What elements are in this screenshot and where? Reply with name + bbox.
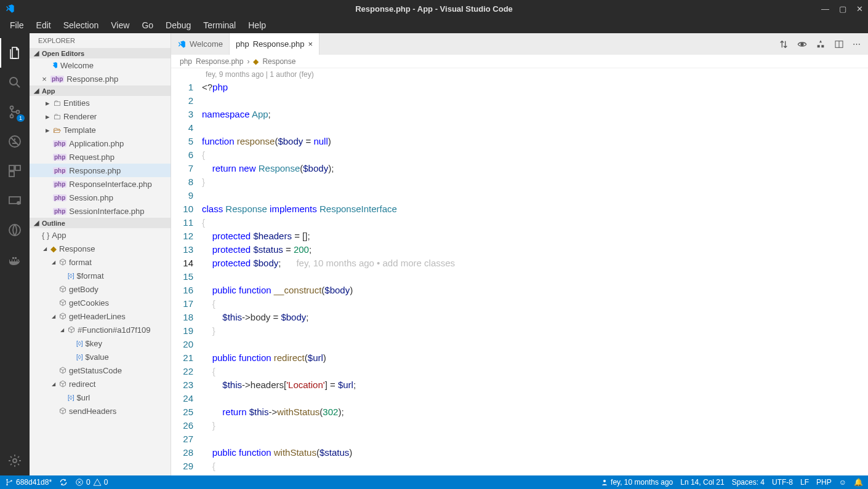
outline-item[interactable]: [◊]$value (30, 350, 171, 364)
code-line[interactable]: { (202, 148, 868, 162)
code-line[interactable]: { (202, 297, 868, 311)
line-number[interactable]: 24 (171, 392, 193, 405)
open-editor-item[interactable]: Welcome (30, 58, 171, 72)
code-line[interactable] (202, 94, 868, 108)
window-minimize-icon[interactable]: — (821, 4, 829, 14)
code-line[interactable]: return $this->withStatus(302); (202, 405, 868, 419)
status-bell-icon[interactable]: 🔔 (854, 478, 863, 487)
menu-debug[interactable]: Debug (161, 19, 196, 31)
window-close-icon[interactable]: ✕ (856, 4, 863, 14)
file-tree-item[interactable]: phpResponse.php (30, 164, 171, 177)
file-tree-item[interactable]: phpRequest.php (30, 150, 171, 164)
file-tree-item[interactable]: ▸🗀Renderer (30, 109, 171, 123)
code-line[interactable]: protected $status = 200; (202, 243, 868, 256)
line-number[interactable]: 20 (171, 338, 193, 351)
status-feedback-icon[interactable]: ☺ (839, 478, 846, 487)
line-number[interactable]: 7 (171, 162, 193, 175)
line-number[interactable]: 17 (171, 297, 193, 311)
menu-help[interactable]: Help (243, 19, 271, 31)
menu-view[interactable]: View (106, 19, 134, 31)
code-line[interactable]: public function withStatus($status) (202, 446, 868, 459)
breadcrumb-symbol[interactable]: Response (262, 57, 295, 66)
outline-item[interactable]: getStatusCode (30, 364, 171, 377)
line-number[interactable]: 15 (171, 270, 193, 284)
activity-liveshare-icon[interactable] (0, 215, 30, 245)
code-line[interactable] (202, 392, 868, 405)
activity-scm-icon[interactable]: 1 (0, 97, 30, 127)
menu-go[interactable]: Go (137, 19, 158, 31)
code-line[interactable]: protected $body; fey, 10 months ago • ad… (202, 256, 868, 270)
outline-item[interactable]: sendHeaders (30, 404, 171, 418)
code-line[interactable] (202, 338, 868, 351)
outline-item[interactable]: getBody (30, 282, 171, 296)
outline-item[interactable]: getCookies (30, 296, 171, 309)
line-number[interactable]: 29 (171, 459, 193, 473)
tab-welcome[interactable]: Welcome (171, 33, 230, 55)
file-tree-item[interactable]: phpResponseInterface.php (30, 177, 171, 191)
line-number[interactable]: 27 (171, 432, 193, 446)
status-spaces[interactable]: Spaces: 4 (732, 478, 765, 487)
split-editor-icon[interactable] (834, 39, 844, 49)
code-line[interactable] (202, 121, 868, 135)
code-line[interactable]: public function __construct($body) (202, 284, 868, 297)
section-open-editors[interactable]: ◢ Open Editors (30, 48, 171, 58)
code-line[interactable]: public function redirect($url) (202, 351, 868, 365)
section-outline[interactable]: ◢ Outline (30, 218, 171, 228)
line-number[interactable]: 12 (171, 229, 193, 243)
status-problems[interactable]: 0 0 (75, 478, 108, 487)
breadcrumb-file[interactable]: Response.php (196, 57, 243, 66)
activity-debug-icon[interactable] (0, 127, 30, 156)
activity-explorer-icon[interactable] (0, 38, 30, 68)
status-branch[interactable]: 688d41d8* (5, 478, 52, 487)
line-number[interactable]: 14 (171, 256, 193, 270)
line-number[interactable]: 6 (171, 148, 193, 162)
code-line[interactable]: $this->headers['Location'] = $url; (202, 378, 868, 392)
status-eol[interactable]: LF (800, 478, 809, 487)
file-tree-item[interactable]: ▸🗀Entities (30, 96, 171, 109)
line-number[interactable]: 1 (171, 81, 193, 94)
outline-item[interactable]: ◢◆Response (30, 242, 171, 255)
line-number[interactable]: 13 (171, 243, 193, 256)
code-line[interactable]: } (202, 324, 868, 338)
close-icon[interactable]: × (41, 74, 48, 84)
code-line[interactable]: { (202, 459, 868, 473)
code-line[interactable]: $this->body = $body; (202, 311, 868, 324)
code-line[interactable]: protected $headers = []; (202, 229, 868, 243)
activity-docker-icon[interactable] (0, 245, 30, 274)
file-tree-item[interactable]: phpSession.php (30, 191, 171, 204)
status-encoding[interactable]: UTF-8 (772, 478, 793, 487)
line-number[interactable]: 18 (171, 311, 193, 324)
outline-item[interactable]: [◊]$key (30, 336, 171, 350)
menu-edit[interactable]: Edit (31, 19, 56, 31)
line-number[interactable]: 9 (171, 189, 193, 202)
line-number[interactable]: 10 (171, 202, 193, 216)
toggle-file-blame-icon[interactable] (797, 39, 807, 49)
codelens[interactable]: fey, 9 months ago | 1 author (fey) (171, 68, 868, 81)
code-line[interactable]: } (202, 175, 868, 189)
code-line[interactable]: function response($body = null) (202, 135, 868, 148)
activity-extensions-icon[interactable] (0, 156, 30, 186)
outline-item[interactable]: ◢redirect (30, 377, 171, 391)
outline-item[interactable]: ◢#Function#a1d7f109 (30, 323, 171, 336)
code-line[interactable] (202, 432, 868, 446)
line-number[interactable]: 3 (171, 108, 193, 121)
line-number[interactable]: 16 (171, 284, 193, 297)
menu-terminal[interactable]: Terminal (198, 19, 241, 31)
menu-file[interactable]: File (5, 19, 29, 31)
file-tree-item[interactable]: phpSessionInterface.php (30, 204, 171, 218)
open-changes-icon[interactable] (816, 39, 826, 49)
code-line[interactable]: { (202, 365, 868, 378)
code-line[interactable]: class Response implements ResponseInterf… (202, 202, 868, 216)
code-line[interactable] (202, 189, 868, 202)
code-line[interactable]: } (202, 419, 868, 432)
outline-item[interactable]: { }App (30, 228, 171, 242)
tab-response[interactable]: php Response.php × (230, 33, 319, 55)
outline-item[interactable]: ◢getHeaderLines (30, 309, 171, 323)
close-icon[interactable]: × (308, 39, 313, 49)
outline-item[interactable]: [◊]$format (30, 269, 171, 282)
window-maximize-icon[interactable]: ▢ (839, 4, 846, 14)
line-number[interactable]: 2 (171, 94, 193, 108)
outline-item[interactable]: [◊]$url (30, 391, 171, 404)
file-tree-item[interactable]: phpApplication.php (30, 137, 171, 150)
activity-remote-icon[interactable] (0, 186, 30, 215)
